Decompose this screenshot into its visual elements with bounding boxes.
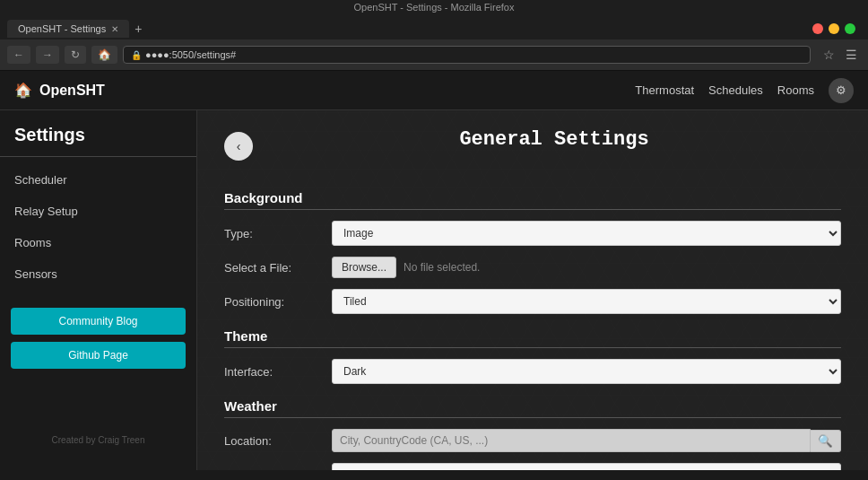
lock-icon: 🔒: [131, 50, 142, 60]
window-minimize-button[interactable]: [829, 23, 839, 34]
interface-row: Interface: Dark Light: [224, 359, 841, 384]
positioning-select[interactable]: Tiled Centered Stretched: [332, 289, 841, 314]
type-label: Type:: [224, 227, 332, 240]
type-select[interactable]: Image Color None: [332, 221, 841, 246]
nav-rooms[interactable]: Rooms: [777, 83, 814, 97]
location-input[interactable]: [332, 429, 811, 452]
settings-icon-button[interactable]: ⚙: [829, 78, 854, 103]
positioning-control: Tiled Centered Stretched: [332, 289, 841, 314]
app-logo: 🏠 OpenSHT: [14, 82, 105, 99]
file-label: Select a File:: [224, 261, 332, 275]
main-content: ‹ General Settings Background Type: Imag…: [197, 110, 868, 470]
interface-select[interactable]: Dark Light: [332, 359, 841, 384]
reload-button[interactable]: ↻: [65, 46, 86, 64]
sidebar-item-relay-setup[interactable]: Relay Setup: [0, 196, 196, 227]
github-page-button[interactable]: Github Page: [11, 342, 186, 369]
no-file-text: No file selected.: [404, 261, 480, 274]
tab-close-icon[interactable]: ✕: [111, 24, 118, 34]
url-bar[interactable]: 🔒 ●●●●:5050/settings#: [123, 46, 811, 64]
location-row: Location: 🔍: [224, 429, 841, 452]
menu-icon[interactable]: ☰: [842, 46, 861, 64]
active-tab[interactable]: OpenSHT - Settings ✕: [7, 20, 129, 38]
window-maximize-button[interactable]: [845, 23, 855, 34]
type-control: Image Color None: [332, 221, 841, 246]
community-blog-button[interactable]: Community Blog: [11, 308, 186, 335]
interface-control: Dark Light: [332, 359, 841, 384]
nav-thermostat[interactable]: Thermostat: [635, 83, 694, 97]
logo-text: OpenSHT: [39, 83, 105, 99]
file-row: Select a File: Browse... No file selecte…: [224, 257, 841, 278]
browser-title: OpenSHT - Settings - Mozilla Firefox: [354, 2, 515, 13]
back-button[interactable]: ←: [7, 46, 30, 64]
app-header: 🏠 OpenSHT Thermostat Schedules Rooms ⚙: [0, 71, 868, 110]
app-nav: Thermostat Schedules Rooms ⚙: [635, 78, 854, 103]
window-close-button[interactable]: [812, 23, 823, 34]
section-weather-title: Weather: [224, 398, 841, 418]
home-icon: 🏠: [14, 82, 32, 99]
back-button-main[interactable]: ‹: [224, 132, 253, 161]
positioning-label: Positioning:: [224, 295, 332, 309]
sidebar-links: Community Blog Github Page: [0, 308, 196, 369]
location-search-button[interactable]: 🔍: [811, 430, 841, 452]
sidebar-title: Settings: [0, 125, 196, 157]
sidebar: Settings Scheduler Relay Setup Rooms Sen…: [0, 110, 197, 470]
units-row: Units: MetricSI Imperial: [224, 463, 841, 470]
location-label: Location:: [224, 434, 332, 448]
type-row: Type: Image Color None: [224, 221, 841, 246]
url-text: ●●●●:5050/settings#: [145, 49, 236, 60]
sidebar-item-sensors[interactable]: Sensors: [0, 258, 196, 290]
file-control: Browse... No file selected.: [332, 257, 841, 278]
section-background-title: Background: [224, 190, 841, 210]
units-label: Units:: [224, 469, 332, 471]
section-theme-title: Theme: [224, 328, 841, 348]
browse-button[interactable]: Browse...: [332, 257, 396, 278]
units-select[interactable]: MetricSI Imperial: [332, 463, 841, 470]
units-control: MetricSI Imperial: [332, 463, 841, 470]
forward-button[interactable]: →: [36, 46, 59, 64]
nav-schedules[interactable]: Schedules: [708, 83, 763, 97]
sidebar-footer: Created by Craig Treen: [0, 424, 196, 456]
tab-label: OpenSHT - Settings: [18, 23, 106, 34]
location-control: 🔍: [332, 429, 841, 452]
page-title: General Settings: [267, 128, 841, 151]
sidebar-item-rooms[interactable]: Rooms: [0, 227, 196, 258]
sidebar-item-scheduler[interactable]: Scheduler: [0, 164, 196, 196]
interface-label: Interface:: [224, 365, 332, 379]
positioning-row: Positioning: Tiled Centered Stretched: [224, 289, 841, 314]
new-tab-button[interactable]: +: [135, 22, 142, 36]
bookmarks-icon[interactable]: ☆: [820, 46, 838, 64]
home-button[interactable]: 🏠: [91, 46, 117, 64]
